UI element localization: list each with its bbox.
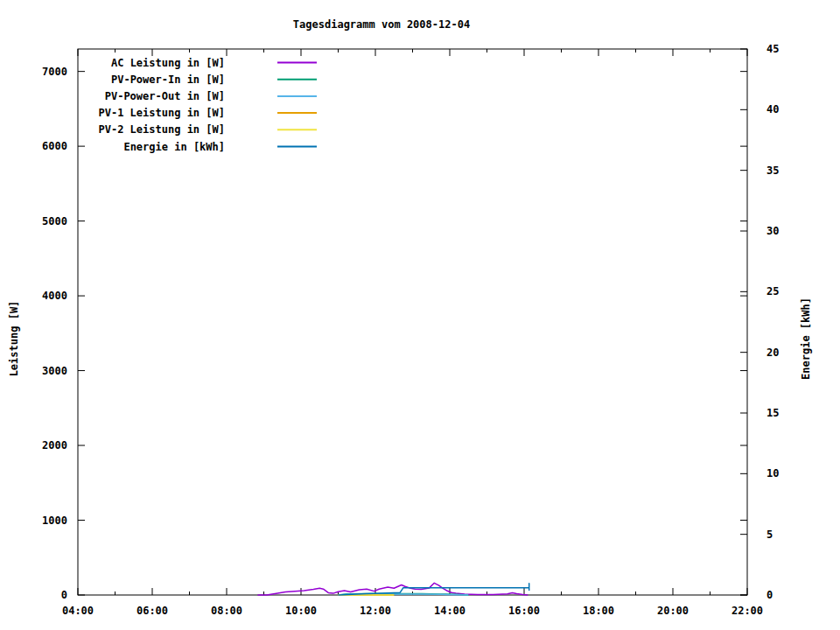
y2-tick-label: 0 bbox=[766, 589, 773, 601]
y-tick-label: 2000 bbox=[42, 439, 67, 452]
legend-label: AC Leistung in [W] bbox=[111, 57, 225, 69]
y-tick-label: 6000 bbox=[42, 140, 67, 152]
x-tick-label: 10:00 bbox=[285, 605, 317, 617]
y2-tick-label: 35 bbox=[766, 164, 779, 177]
legend-label: PV-Power-Out in [W] bbox=[105, 90, 225, 102]
legend-label: PV-Power-In in [W] bbox=[111, 74, 225, 86]
x-tick-label: 06:00 bbox=[136, 605, 168, 617]
x-tick-label: 12:00 bbox=[360, 605, 391, 617]
y2-tick-label: 10 bbox=[766, 467, 779, 480]
y2-tick-label: 20 bbox=[766, 346, 779, 359]
x-tick-label: 08:00 bbox=[211, 605, 242, 617]
x-tick-label: 14:00 bbox=[434, 605, 466, 617]
chart-canvas: Tagesdiagramm vom 2008-12-04 Leistung [W… bbox=[0, 0, 840, 630]
y-tick-label: 5000 bbox=[42, 215, 67, 228]
y2-tick-label: 25 bbox=[766, 285, 779, 298]
y-tick-label: 7000 bbox=[42, 66, 67, 78]
x-tick-label: 18:00 bbox=[583, 605, 614, 617]
plot-area: 04:0006:0008:0010:0012:0014:0016:0018:00… bbox=[0, 0, 840, 630]
legend-label: PV-1 Leistung in [W] bbox=[99, 107, 226, 119]
y-tick-label: 4000 bbox=[42, 290, 67, 302]
y2-tick-label: 45 bbox=[766, 43, 779, 55]
x-tick-label: 22:00 bbox=[732, 605, 763, 617]
legend-label: Energie in [kWh] bbox=[123, 141, 225, 153]
y2-tick-label: 40 bbox=[766, 103, 779, 116]
y-tick-label: 3000 bbox=[42, 365, 67, 377]
y2-tick-label: 30 bbox=[766, 225, 779, 237]
y-tick-label: 0 bbox=[61, 589, 67, 601]
y2-tick-label: 15 bbox=[766, 407, 779, 419]
x-tick-label: 16:00 bbox=[508, 605, 540, 617]
x-tick-label: 04:00 bbox=[62, 605, 94, 617]
legend-label: PV-2 Leistung in [W] bbox=[99, 123, 226, 136]
y2-tick-label: 5 bbox=[766, 528, 773, 541]
y-tick-label: 1000 bbox=[42, 514, 67, 527]
x-tick-label: 20:00 bbox=[657, 605, 689, 617]
